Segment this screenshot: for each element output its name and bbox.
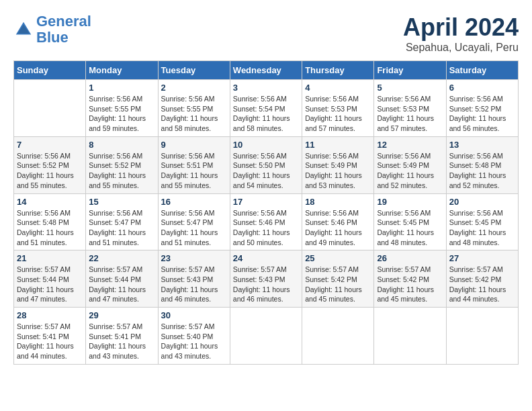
day-number: 16 — [161, 197, 227, 207]
logo: General Blue — [13, 13, 91, 46]
day-number: 20 — [449, 197, 515, 207]
table-row: 16Sunrise: 5:56 AMSunset: 5:47 PMDayligh… — [158, 193, 230, 250]
logo-text: General Blue — [36, 13, 91, 46]
day-info: Sunrise: 5:57 AMSunset: 5:44 PMDaylight:… — [89, 265, 154, 304]
day-number: 11 — [305, 140, 371, 150]
day-number: 15 — [89, 197, 154, 207]
day-info: Sunrise: 5:57 AMSunset: 5:41 PMDaylight:… — [89, 322, 154, 361]
day-info: Sunrise: 5:56 AMSunset: 5:47 PMDaylight:… — [89, 208, 154, 248]
logo-icon — [13, 19, 34, 40]
day-number: 28 — [17, 310, 83, 320]
table-row: 20Sunrise: 5:56 AMSunset: 5:45 PMDayligh… — [446, 193, 518, 250]
table-row: 12Sunrise: 5:56 AMSunset: 5:49 PMDayligh… — [374, 136, 446, 193]
table-row: 9Sunrise: 5:56 AMSunset: 5:51 PMDaylight… — [158, 136, 230, 193]
day-info: Sunrise: 5:56 AMSunset: 5:46 PMDaylight:… — [233, 208, 299, 248]
day-info: Sunrise: 5:56 AMSunset: 5:54 PMDaylight:… — [233, 94, 299, 134]
table-row: 21Sunrise: 5:57 AMSunset: 5:44 PMDayligh… — [14, 250, 86, 308]
table-row: 5Sunrise: 5:56 AMSunset: 5:53 PMDaylight… — [374, 80, 446, 137]
day-info: Sunrise: 5:56 AMSunset: 5:52 PMDaylight:… — [449, 94, 515, 134]
table-row — [230, 308, 302, 365]
table-row: 29Sunrise: 5:57 AMSunset: 5:41 PMDayligh… — [86, 308, 158, 365]
table-row: 7Sunrise: 5:56 AMSunset: 5:52 PMDaylight… — [14, 136, 86, 193]
table-row: 11Sunrise: 5:56 AMSunset: 5:49 PMDayligh… — [302, 136, 374, 193]
day-number: 14 — [17, 197, 83, 207]
table-row: 10Sunrise: 5:56 AMSunset: 5:50 PMDayligh… — [230, 136, 302, 193]
table-row — [446, 308, 518, 365]
table-row: 2Sunrise: 5:56 AMSunset: 5:55 PMDaylight… — [158, 80, 230, 137]
day-number: 21 — [17, 253, 83, 263]
day-info: Sunrise: 5:56 AMSunset: 5:51 PMDaylight:… — [161, 151, 227, 191]
day-number: 5 — [377, 83, 443, 93]
calendar-week-row: 28Sunrise: 5:57 AMSunset: 5:41 PMDayligh… — [14, 308, 519, 365]
table-row: 3Sunrise: 5:56 AMSunset: 5:54 PMDaylight… — [230, 80, 302, 137]
day-info: Sunrise: 5:56 AMSunset: 5:55 PMDaylight:… — [161, 94, 227, 134]
day-info: Sunrise: 5:56 AMSunset: 5:53 PMDaylight:… — [377, 94, 443, 134]
day-number: 4 — [305, 83, 371, 93]
day-info: Sunrise: 5:57 AMSunset: 5:40 PMDaylight:… — [161, 322, 227, 361]
table-row: 18Sunrise: 5:56 AMSunset: 5:46 PMDayligh… — [302, 193, 374, 250]
table-row: 8Sunrise: 5:56 AMSunset: 5:52 PMDaylight… — [86, 136, 158, 193]
day-number: 22 — [89, 253, 154, 263]
table-row: 22Sunrise: 5:57 AMSunset: 5:44 PMDayligh… — [86, 250, 158, 308]
table-row: 23Sunrise: 5:57 AMSunset: 5:43 PMDayligh… — [158, 250, 230, 308]
day-info: Sunrise: 5:56 AMSunset: 5:49 PMDaylight:… — [305, 151, 371, 191]
day-number: 9 — [161, 140, 227, 150]
day-info: Sunrise: 5:56 AMSunset: 5:52 PMDaylight:… — [89, 151, 154, 191]
table-row: 13Sunrise: 5:56 AMSunset: 5:48 PMDayligh… — [446, 136, 518, 193]
page-header: General Blue April 2024 Sepahua, Ucayali… — [13, 13, 519, 54]
table-row — [14, 80, 86, 137]
day-number: 17 — [233, 197, 299, 207]
day-number: 8 — [89, 140, 154, 150]
table-row: 19Sunrise: 5:56 AMSunset: 5:45 PMDayligh… — [374, 193, 446, 250]
day-number: 10 — [233, 140, 299, 150]
day-number: 30 — [161, 310, 227, 320]
table-row: 4Sunrise: 5:56 AMSunset: 5:53 PMDaylight… — [302, 80, 374, 137]
day-number: 12 — [377, 140, 443, 150]
location-subtitle: Sepahua, Ucayali, Peru — [403, 42, 519, 54]
day-info: Sunrise: 5:56 AMSunset: 5:46 PMDaylight:… — [305, 208, 371, 248]
day-number: 19 — [377, 197, 443, 207]
day-info: Sunrise: 5:57 AMSunset: 5:41 PMDaylight:… — [17, 322, 83, 361]
day-info: Sunrise: 5:56 AMSunset: 5:48 PMDaylight:… — [449, 151, 515, 191]
day-info: Sunrise: 5:56 AMSunset: 5:48 PMDaylight:… — [17, 208, 83, 248]
day-number: 27 — [449, 253, 515, 263]
day-info: Sunrise: 5:57 AMSunset: 5:42 PMDaylight:… — [449, 265, 515, 304]
day-info: Sunrise: 5:57 AMSunset: 5:42 PMDaylight:… — [377, 265, 443, 304]
day-info: Sunrise: 5:57 AMSunset: 5:42 PMDaylight:… — [305, 265, 371, 304]
table-row — [302, 308, 374, 365]
day-info: Sunrise: 5:56 AMSunset: 5:50 PMDaylight:… — [233, 151, 299, 191]
day-info: Sunrise: 5:56 AMSunset: 5:47 PMDaylight:… — [161, 208, 227, 248]
calendar-header-row: Sunday Monday Tuesday Wednesday Thursday… — [14, 61, 519, 80]
calendar-week-row: 1Sunrise: 5:56 AMSunset: 5:55 PMDaylight… — [14, 80, 519, 137]
day-info: Sunrise: 5:56 AMSunset: 5:53 PMDaylight:… — [305, 94, 371, 134]
calendar-table: Sunday Monday Tuesday Wednesday Thursday… — [13, 60, 519, 365]
day-info: Sunrise: 5:56 AMSunset: 5:45 PMDaylight:… — [377, 208, 443, 248]
day-number: 6 — [449, 83, 515, 93]
day-number: 29 — [89, 310, 154, 320]
col-friday: Friday — [374, 61, 446, 80]
col-tuesday: Tuesday — [158, 61, 230, 80]
day-number: 18 — [305, 197, 371, 207]
table-row: 30Sunrise: 5:57 AMSunset: 5:40 PMDayligh… — [158, 308, 230, 365]
table-row: 26Sunrise: 5:57 AMSunset: 5:42 PMDayligh… — [374, 250, 446, 308]
title-block: April 2024 Sepahua, Ucayali, Peru — [403, 13, 519, 54]
day-info: Sunrise: 5:57 AMSunset: 5:44 PMDaylight:… — [17, 265, 83, 304]
calendar-week-row: 14Sunrise: 5:56 AMSunset: 5:48 PMDayligh… — [14, 193, 519, 250]
day-number: 2 — [161, 83, 227, 93]
table-row: 28Sunrise: 5:57 AMSunset: 5:41 PMDayligh… — [14, 308, 86, 365]
table-row: 15Sunrise: 5:56 AMSunset: 5:47 PMDayligh… — [86, 193, 158, 250]
day-number: 25 — [305, 253, 371, 263]
col-monday: Monday — [86, 61, 158, 80]
calendar-week-row: 7Sunrise: 5:56 AMSunset: 5:52 PMDaylight… — [14, 136, 519, 193]
day-info: Sunrise: 5:56 AMSunset: 5:49 PMDaylight:… — [377, 151, 443, 191]
table-row: 6Sunrise: 5:56 AMSunset: 5:52 PMDaylight… — [446, 80, 518, 137]
day-number: 7 — [17, 140, 83, 150]
month-title: April 2024 — [403, 13, 519, 42]
table-row: 25Sunrise: 5:57 AMSunset: 5:42 PMDayligh… — [302, 250, 374, 308]
day-number: 24 — [233, 253, 299, 263]
table-row: 24Sunrise: 5:57 AMSunset: 5:43 PMDayligh… — [230, 250, 302, 308]
col-thursday: Thursday — [302, 61, 374, 80]
day-info: Sunrise: 5:57 AMSunset: 5:43 PMDaylight:… — [161, 265, 227, 304]
day-info: Sunrise: 5:56 AMSunset: 5:45 PMDaylight:… — [449, 208, 515, 248]
table-row: 17Sunrise: 5:56 AMSunset: 5:46 PMDayligh… — [230, 193, 302, 250]
